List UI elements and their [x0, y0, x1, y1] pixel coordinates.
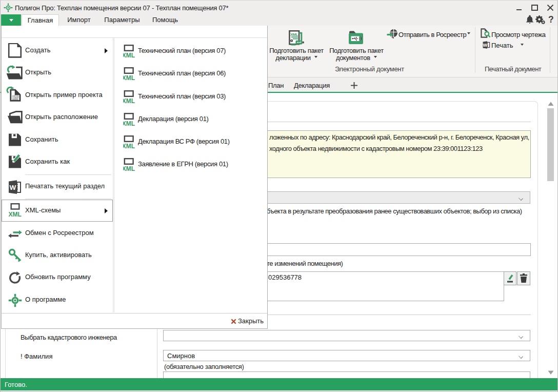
- svg-text:XML: XML: [290, 32, 298, 37]
- svg-text:XML: XML: [123, 97, 135, 104]
- svg-text:XML: XML: [9, 210, 22, 218]
- svg-text:XML: XML: [123, 165, 135, 172]
- svg-text:XML: XML: [123, 52, 135, 58]
- svg-text:XML: XML: [123, 74, 135, 81]
- svg-text:XML: XML: [123, 143, 135, 149]
- svg-text:W: W: [483, 43, 487, 48]
- svg-text:XML: XML: [123, 120, 135, 126]
- svg-text:W: W: [9, 184, 16, 191]
